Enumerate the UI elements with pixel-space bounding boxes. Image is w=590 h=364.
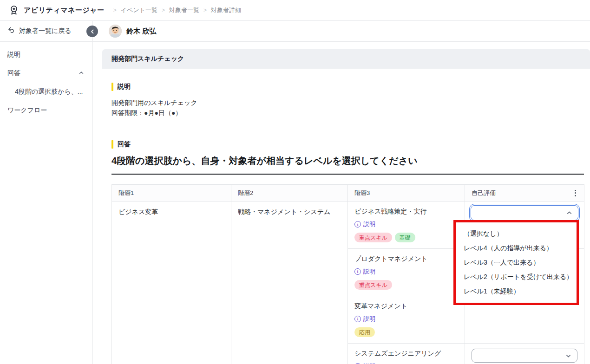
breadcrumb-target-detail: 対象者詳細 [211, 6, 241, 14]
app-title: アビリティマネージャー [24, 6, 105, 15]
column-header-label: 自己評価 [472, 189, 496, 196]
sidebar-item-description[interactable]: 説明 [0, 46, 92, 64]
back-to-list-label: 対象者一覧に戻る [19, 27, 72, 35]
badge: 応用 [354, 327, 375, 337]
section-label-text: 説明 [118, 83, 131, 91]
breadcrumb-separator-icon: > [203, 7, 207, 13]
card-body: 説明 開発部門用のスキルチェック 回答期限：●月●日（●） 回答 4段階の選択肢… [102, 69, 590, 364]
badge: 重点スキル [354, 233, 392, 242]
self-eval-select[interactable] [472, 349, 577, 363]
skill-description-link[interactable]: i 説明 [354, 362, 375, 364]
skill-cell: 変革マネジメント i 説明 応用 [348, 296, 465, 344]
target-user-name: 鈴木 欣弘 [126, 27, 156, 36]
breadcrumb-targets[interactable]: 対象者一覧 [169, 6, 199, 14]
target-user-header: 鈴木 欣弘 [109, 21, 156, 41]
kebab-menu-icon[interactable] [573, 188, 577, 198]
card-header: 開発部門スキルチェック [102, 49, 590, 69]
info-link-label: 説明 [363, 267, 375, 276]
self-eval-select-open[interactable] [471, 205, 578, 221]
badge-row: 重点スキル 基礎 [354, 233, 458, 242]
dropdown-option-level1[interactable]: レベル1（未経験） [464, 284, 577, 299]
sidebar-item-label: ワークフロー [7, 106, 47, 115]
dropdown-option-level4[interactable]: レベル4（人の指導が出来る） [464, 241, 577, 255]
yellow-accent-bar [111, 83, 113, 91]
badge: 重点スキル [354, 280, 392, 290]
sidebar-item-workflow[interactable]: ワークフロー [0, 101, 92, 120]
column-header-tier2: 階層2 [231, 185, 348, 202]
page: アビリティマネージャー > イベント一覧 > 対象者一覧 > 対象者詳細 対象者… [0, 0, 590, 364]
tier2-cell: 戦略・マネジメント・システム [231, 202, 348, 364]
info-icon: i [354, 221, 361, 228]
description-line: 開発部門用のスキルチェック [111, 98, 584, 108]
tier1-cell: ビジネス変革 [112, 202, 231, 364]
dropdown-option-level2[interactable]: レベル2（サポートを受けて出来る） [464, 270, 577, 284]
tier1-value: ビジネス変革 [118, 208, 158, 215]
info-icon: i [354, 268, 361, 275]
info-link-label: 説明 [363, 315, 375, 323]
table-header-row: 階層1 階層2 階層3 自己評価 [112, 185, 584, 202]
sidebar-item-answer[interactable]: 回答 [0, 64, 92, 83]
avatar [109, 25, 122, 38]
info-icon: i [354, 316, 361, 322]
skill-name: システムズエンジニアリング [354, 350, 458, 358]
skill-name: 変革マネジメント [354, 302, 458, 311]
card-title: 開発部門スキルチェック [111, 55, 184, 63]
sidebar-item-label: 回答 [7, 69, 20, 78]
breadcrumb-separator-icon: > [113, 7, 117, 13]
info-link-label: 説明 [363, 220, 375, 228]
tier2-value: 戦略・マネジメント・システム [238, 208, 330, 215]
description-text: 開発部門用のスキルチェック 回答期限：●月●日（●） [111, 98, 584, 118]
sub-header-bar: 対象者一覧に戻る 鈴木 欣弘 [0, 21, 590, 42]
sidebar: 説明 回答 4段階の選択肢から、... ワークフロー [0, 42, 93, 364]
breadcrumb-events[interactable]: イベント一覧 [121, 6, 157, 14]
badge: 基礎 [395, 233, 415, 242]
sidebar-item-label: 説明 [7, 51, 20, 59]
info-link-label: 説明 [363, 362, 375, 364]
column-header-tier1: 階層1 [112, 185, 231, 202]
undo-back-icon [7, 26, 15, 36]
breadcrumb-separator-icon: > [162, 7, 165, 13]
section-divider [111, 174, 584, 175]
badge-row: 応用 [354, 327, 458, 337]
self-eval-cell [465, 344, 584, 364]
skill-description-link[interactable]: i 説明 [354, 220, 375, 228]
description-section-label: 説明 [111, 83, 584, 91]
description-deadline-line: 回答期限：●月●日（●） [111, 108, 584, 118]
sidebar-item-answer-sub[interactable]: 4段階の選択肢から、... [0, 83, 92, 101]
skill-check-card: 開発部門スキルチェック 説明 開発部門用のスキルチェック 回答期限：●月●日（●… [102, 49, 590, 364]
skill-cell: システムズエンジニアリング i 説明 推奨スキル 初級スキル [348, 344, 465, 364]
app-logo-award-icon [8, 5, 20, 16]
skill-name: ビジネス戦略策定・実行 [354, 208, 458, 216]
skill-table-container: 階層1 階層2 階層3 自己評価 [111, 184, 584, 364]
main-content: 開発部門スキルチェック 説明 開発部門用のスキルチェック 回答期限：●月●日（●… [93, 42, 590, 364]
skill-description-link[interactable]: i 説明 [354, 267, 375, 276]
dropdown-option-level3[interactable]: レベル3（一人で出来る） [464, 255, 577, 270]
sidebar-item-label: 4段階の選択肢から、... [15, 88, 83, 96]
column-header-tier3: 階層3 [348, 185, 465, 202]
breadcrumb: > イベント一覧 > 対象者一覧 > 対象者詳細 [109, 6, 241, 14]
chevron-up-icon [79, 70, 84, 77]
skill-description-link[interactable]: i 説明 [354, 315, 375, 323]
level-dropdown-panel-annotated: （選択なし） レベル4（人の指導が出来る） レベル3（一人で出来る） レベル2（… [453, 220, 579, 305]
dropdown-option-none[interactable]: （選択なし） [464, 227, 577, 241]
column-header-self-eval: 自己評価 [465, 185, 584, 202]
answer-question-heading: 4段階の選択肢から、自身・対象者が相当するレベルを選択してください [111, 154, 584, 167]
badge-row: 重点スキル [354, 280, 458, 290]
skill-cell: ビジネス戦略策定・実行 i 説明 重点スキル 基礎 [348, 202, 465, 249]
answer-section-label: 回答 [111, 140, 584, 149]
skill-cell: プロダクトマネジメント i 説明 重点スキル [348, 249, 465, 296]
chevron-up-icon [566, 210, 572, 216]
top-nav-bar: アビリティマネージャー > イベント一覧 > 対象者一覧 > 対象者詳細 [0, 0, 590, 21]
yellow-accent-bar [111, 140, 113, 149]
chevron-down-icon [565, 353, 571, 359]
skill-name: プロダクトマネジメント [354, 255, 458, 263]
section-label-text: 回答 [118, 140, 131, 149]
collapse-sidebar-button[interactable] [86, 26, 98, 37]
back-to-list-button[interactable]: 対象者一覧に戻る [0, 21, 93, 41]
